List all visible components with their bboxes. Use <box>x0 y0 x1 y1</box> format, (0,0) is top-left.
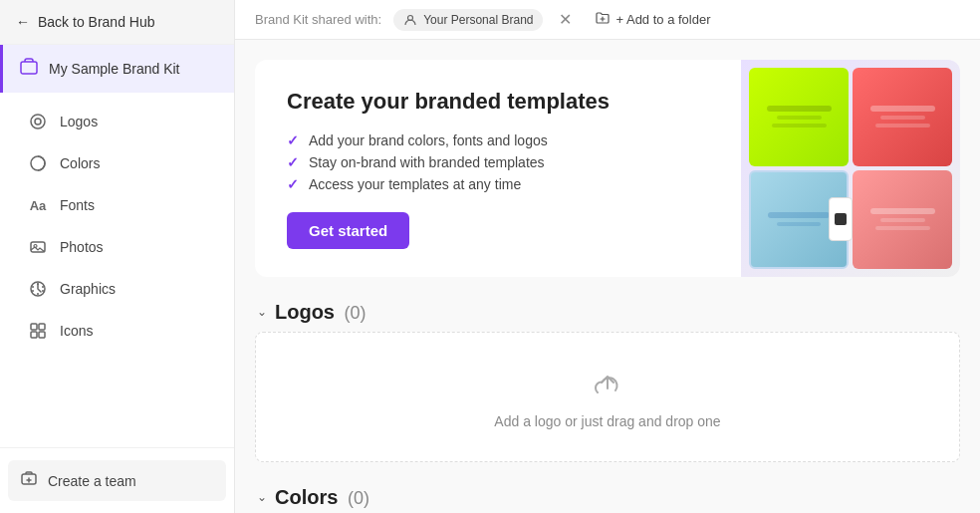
close-icon[interactable]: ✕ <box>555 8 576 31</box>
promo-feature-3: ✓ Access your templates at any time <box>287 176 709 192</box>
thumb-1 <box>749 68 849 166</box>
logos-section: ⌄ Logos (0) Add a logo or just drag and … <box>255 301 960 462</box>
fonts-icon: Aa <box>28 195 48 215</box>
create-team-button[interactable]: Create a team <box>8 460 226 501</box>
sidebar-item-photos[interactable]: Photos <box>8 227 226 267</box>
colors-section: ⌄ Colors (0) <box>255 486 960 509</box>
svg-rect-0 <box>21 62 37 74</box>
feature-text-2: Stay on-brand with branded templates <box>309 154 545 170</box>
feature-text-3: Access your templates at any time <box>309 176 521 192</box>
brand-name: Your Personal Brand <box>423 13 533 27</box>
thumb-3 <box>749 170 849 269</box>
icons-label: Icons <box>60 323 93 339</box>
promo-card: Create your branded templates ✓ Add your… <box>255 60 960 277</box>
sidebar: ← Back to Brand Hub My Sample Brand Kit … <box>0 0 235 513</box>
colors-label: Colors <box>60 155 100 171</box>
colors-count: (0) <box>348 488 369 508</box>
colors-icon <box>28 153 48 173</box>
promo-features: ✓ Add your brand colors, fonts and logos… <box>287 132 709 192</box>
get-started-button[interactable]: Get started <box>287 212 409 249</box>
sidebar-item-fonts[interactable]: Aa Fonts <box>8 185 226 225</box>
fonts-label: Fonts <box>60 197 95 213</box>
promo-text: Create your branded templates ✓ Add your… <box>255 60 741 277</box>
add-folder-icon <box>596 11 610 28</box>
promo-feature-2: ✓ Stay on-brand with branded templates <box>287 154 709 170</box>
svg-point-12 <box>32 286 34 288</box>
promo-feature-1: ✓ Add your brand colors, fonts and logos <box>287 132 709 148</box>
main-content: Brand Kit shared with: Your Personal Bra… <box>235 0 980 513</box>
feature-text-1: Add your brand colors, fonts and logos <box>309 132 548 148</box>
brand-pill: Your Personal Brand <box>393 9 543 31</box>
thumb-4 <box>853 170 952 269</box>
svg-point-7 <box>37 283 39 285</box>
colors-section-header: ⌄ Colors (0) <box>255 486 960 509</box>
add-to-folder-button[interactable]: + Add to a folder <box>588 7 718 32</box>
sidebar-item-graphics[interactable]: Graphics <box>8 269 226 309</box>
back-label: Back to Brand Hub <box>38 14 155 30</box>
topbar: Brand Kit shared with: Your Personal Bra… <box>235 0 980 40</box>
svg-point-2 <box>35 119 41 125</box>
thumb-2 <box>853 68 952 166</box>
svg-rect-16 <box>39 332 45 338</box>
arrow-left-icon: ← <box>16 14 30 30</box>
svg-point-11 <box>32 290 34 292</box>
upload-hint: Add a logo or just drag and drop one <box>494 413 720 429</box>
graphics-label: Graphics <box>60 281 116 297</box>
photos-label: Photos <box>60 239 104 255</box>
back-to-brand-hub-button[interactable]: ← Back to Brand Hub <box>0 0 234 45</box>
promo-title: Create your branded templates <box>287 88 709 117</box>
brand-kit-label: My Sample Brand Kit <box>49 61 180 77</box>
sidebar-bottom: Create a team <box>0 447 234 513</box>
sidebar-nav: Logos Colors Aa Fonts Ph <box>0 93 234 447</box>
svg-point-1 <box>31 115 45 128</box>
logos-count: (0) <box>345 303 367 323</box>
shared-label: Brand Kit shared with: <box>255 12 381 27</box>
logos-label: Logos <box>60 114 98 129</box>
page-content: Create your branded templates ✓ Add your… <box>235 40 980 513</box>
sidebar-item-icons[interactable]: Icons <box>8 311 226 351</box>
check-icon-2: ✓ <box>287 154 299 170</box>
add-folder-label: + Add to a folder <box>615 12 710 27</box>
check-icon-1: ✓ <box>287 132 299 148</box>
sidebar-item-logos[interactable]: Logos <box>8 102 226 141</box>
create-team-label: Create a team <box>48 473 136 489</box>
logos-icon <box>28 112 48 131</box>
person-icon <box>403 13 417 27</box>
colors-chevron-icon[interactable]: ⌄ <box>257 490 267 504</box>
sidebar-item-colors[interactable]: Colors <box>8 143 226 183</box>
svg-rect-13 <box>31 324 37 330</box>
logos-chevron-icon[interactable]: ⌄ <box>257 305 267 319</box>
logos-section-title: Logos (0) <box>275 301 367 324</box>
graphics-icon <box>28 279 48 299</box>
promo-images <box>741 60 960 277</box>
svg-rect-14 <box>39 324 45 330</box>
svg-point-10 <box>37 293 39 295</box>
brand-kit-item[interactable]: My Sample Brand Kit <box>0 45 234 93</box>
brand-kit-icon <box>19 57 39 81</box>
colors-section-title: Colors (0) <box>275 486 369 509</box>
logos-section-header: ⌄ Logos (0) <box>255 301 960 324</box>
create-team-icon <box>20 470 38 491</box>
icons-icon <box>28 321 48 341</box>
svg-point-9 <box>42 290 44 292</box>
photos-icon <box>28 237 48 257</box>
logo-upload-area[interactable]: Add a logo or just drag and drop one <box>255 332 960 462</box>
upload-icon <box>590 365 625 403</box>
svg-point-8 <box>42 286 44 288</box>
svg-rect-15 <box>31 332 37 338</box>
check-icon-3: ✓ <box>287 176 299 192</box>
